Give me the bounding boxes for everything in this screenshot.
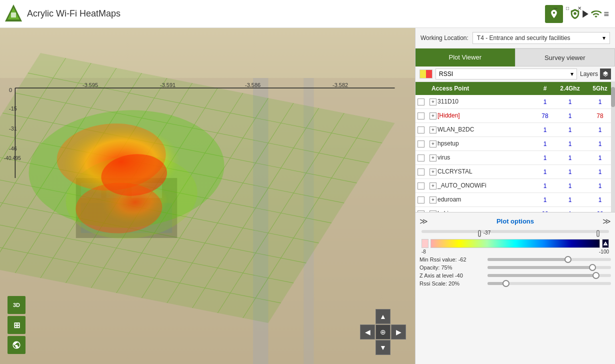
heatmap-view [0,28,415,364]
layers-button[interactable]: Layers [580,68,611,80]
dropdown-arrow-icon: ▾ [602,34,606,42]
svg-rect-2 [11,12,16,18]
rssi-scale-row: Rssi Scale: 20% [420,280,611,286]
row-24ghz: 1 [555,180,585,192]
view-controls: 3D ⊞ [8,296,26,354]
row-ap-name: +kubi [428,208,535,212]
ap-table: Access Point # 2.4Ghz 5Ghz +311D10 1 1 1… [416,82,615,212]
working-location-value: T4 - Entrance and security facilities [477,34,570,42]
app-title: Acrylic Wi-Fi HeatMaps [27,8,535,19]
table-scrollbar[interactable] [611,82,615,212]
row-checkbox[interactable] [416,138,428,150]
row-ap-name: +WLAN_B2DC [428,124,535,136]
row-ap-name: +CLCRYSTAL [428,166,535,178]
working-location-bar: Working Location: T4 - Entrance and secu… [416,28,615,48]
row-ap-name: +311D10 [428,96,535,108]
globe-button[interactable] [8,336,26,354]
titlebar: Acrylic Wi-Fi HeatMaps ─ □ ✕ ≡ [0,0,615,28]
collapse-left-button[interactable]: ≫ [420,216,428,226]
rssi-color-preview [420,70,432,78]
row-5ghz: 1 [585,180,615,192]
row-24ghz: 1 [555,138,585,150]
rssi-type-select[interactable]: RSSI ▾ [436,68,577,80]
row-24ghz: 1 [555,166,585,178]
table-row: +[Hidden] 78 1 78 [416,109,615,123]
row-num: 1 [535,96,555,108]
rssi-bar: RSSI ▾ Layers [416,66,615,82]
row-num: 78 [535,110,555,122]
ap-table-header: Access Point # 2.4Ghz 5Ghz [416,82,615,95]
opacity-label: Opacity: 75% [420,264,484,270]
plot-options-title: Plot options [428,218,602,225]
range-slider-row: -37 [420,230,611,237]
col-5ghz: 5Ghz [585,82,615,95]
layers-icon [600,68,611,80]
col-ap-name: Access Point [428,82,535,95]
row-24ghz: 1 [555,194,585,206]
gradient-min-label: -8 [422,249,426,254]
row-24ghz: 1 [555,208,585,212]
gradient-bar [430,239,600,248]
col-24ghz: 2.4Ghz [555,82,585,95]
row-num: 1 [535,194,555,206]
nav-left-button[interactable]: ◀ [360,324,375,340]
opacity-slider[interactable] [488,266,611,269]
row-checkbox[interactable] [416,180,428,192]
rssi-scale-slider[interactable] [488,282,611,285]
row-ap-name: +virus [428,152,535,164]
plot-options-panel: ≫ Plot options ≫ -37 [416,212,615,292]
row-checkbox[interactable] [416,194,428,206]
main-content: 0 -15 -31 -46 -40.495 -3.595 -3.591 -3.5… [0,28,615,364]
range-thumb-left[interactable] [478,230,481,237]
z-axis-row: Z Axis at level -40 [420,272,611,278]
3d-button[interactable]: 3D [8,296,26,314]
play-button[interactable] [578,7,592,21]
collapse-right-button[interactable]: ≫ [602,216,611,226]
table-row: +hpsetup 1 1 1 [416,137,615,151]
z-axis-slider[interactable] [488,274,611,277]
row-num: 1 [535,138,555,150]
tab-plot-viewer[interactable]: Plot Viewer [416,48,515,66]
axis-y-0: 0 [9,87,12,93]
range-mid-value: -37 [484,230,490,236]
menu-button[interactable]: ≡ [604,8,609,19]
row-num: 1 [535,180,555,192]
axis-x-2: -3.586 [245,82,260,88]
gradient-settings-button[interactable] [602,239,609,248]
working-location-label: Working Location: [420,34,468,42]
nav-right-button[interactable]: ▶ [391,324,406,340]
view-tabs: Plot Viewer Survey viewer [416,48,615,66]
nav-empty-tr [391,309,406,324]
axis-y-2: -31 [9,126,17,132]
map-panel: 0 -15 -31 -46 -40.495 -3.595 -3.591 -3.5… [0,28,415,364]
working-location-select[interactable]: T4 - Entrance and security facilities ▾ [472,32,610,44]
axis-y-4: -40.495 [4,156,21,161]
table-row: +_AUTO_ONOWiFi 1 1 1 [416,179,615,193]
table-row: +CLCRYSTAL 1 1 1 [416,165,615,179]
row-checkbox[interactable] [416,166,428,178]
row-24ghz: 1 [555,124,585,136]
table-row: +WLAN_B2DC 1 1 1 [416,123,615,137]
range-thumb-right[interactable] [596,230,600,237]
row-checkbox[interactable] [416,124,428,136]
minimize-button[interactable]: ─ [550,4,561,12]
rssi-dropdown-icon: ▾ [570,70,574,78]
row-checkbox[interactable] [416,208,428,212]
fit-button[interactable]: ⊞ [8,316,26,334]
row-checkbox[interactable] [416,110,428,122]
row-checkbox[interactable] [416,96,428,108]
nav-down-button[interactable]: ▼ [376,340,390,355]
table-row: +311D10 1 1 1 [416,95,615,109]
nav-up-button[interactable]: ▲ [376,309,390,324]
row-5ghz: 1 [585,166,615,178]
row-5ghz: 1 [585,152,615,164]
min-rssi-slider[interactable] [488,258,611,261]
z-axis-label: Z Axis at level -40 [420,272,484,278]
nav-center-button[interactable]: ⊕ [376,324,390,340]
row-ap-name: +[Hidden] [428,110,535,122]
row-checkbox[interactable] [416,152,428,164]
maximize-button[interactable]: □ [562,4,573,12]
table-row: +virus 1 1 1 [416,151,615,165]
tab-survey-viewer[interactable]: Survey viewer [515,48,616,66]
row-num: 1 [535,166,555,178]
